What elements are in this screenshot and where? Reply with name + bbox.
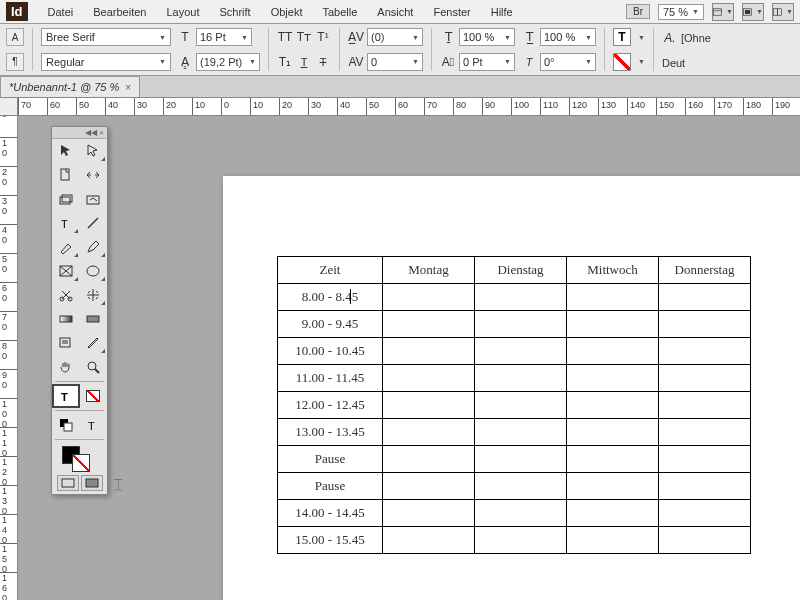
free-transform-tool[interactable] — [80, 283, 108, 307]
pencil-tool[interactable] — [80, 235, 108, 259]
tools-header[interactable]: ◀◀ × — [52, 127, 107, 139]
day-cell[interactable] — [659, 284, 751, 311]
zeit-cell[interactable]: Pause — [278, 473, 383, 500]
document-page[interactable]: Zeit Montag Dienstag Mittwoch Donnerstag… — [223, 176, 800, 600]
canvas[interactable]: Zeit Montag Dienstag Mittwoch Donnerstag… — [18, 116, 800, 600]
gradient-feather-tool[interactable] — [80, 307, 108, 331]
day-cell[interactable] — [567, 365, 659, 392]
day-cell[interactable] — [475, 500, 567, 527]
leading-input[interactable]: (19,2 Pt)▼ — [196, 53, 260, 71]
table-row[interactable]: 9.00 - 9.45 — [278, 311, 751, 338]
menu-tabelle[interactable]: Tabelle — [314, 3, 365, 21]
day-cell[interactable] — [567, 338, 659, 365]
subscript-button[interactable]: T₁ — [277, 54, 293, 70]
day-cell[interactable] — [567, 473, 659, 500]
para-mode-button[interactable]: ¶ — [6, 53, 24, 71]
day-cell[interactable] — [383, 419, 475, 446]
table-row[interactable]: 15.00 - 15.45 — [278, 527, 751, 554]
menu-bearbeiten[interactable]: Bearbeiten — [85, 3, 154, 21]
eyedropper-tool[interactable] — [80, 331, 108, 355]
day-cell[interactable] — [567, 392, 659, 419]
scissors-tool[interactable] — [52, 283, 80, 307]
day-cell[interactable] — [567, 527, 659, 554]
content-collector-tool[interactable] — [52, 187, 80, 211]
zeit-cell[interactable]: 15.00 - 15.45 — [278, 527, 383, 554]
tools-panel[interactable]: ◀◀ × T — [51, 126, 108, 495]
pen-tool[interactable] — [52, 235, 80, 259]
day-cell[interactable] — [567, 284, 659, 311]
menu-fenster[interactable]: Fenster — [425, 3, 478, 21]
day-cell[interactable] — [567, 419, 659, 446]
menu-layout[interactable]: Layout — [158, 3, 207, 21]
selection-tool[interactable] — [52, 139, 80, 163]
zeit-cell[interactable]: 12.00 - 12.45 — [278, 392, 383, 419]
allcaps-button[interactable]: TT — [277, 29, 293, 45]
table-row[interactable]: 11.00 - 11.45 — [278, 365, 751, 392]
hscale-input[interactable]: 100 %▼ — [540, 28, 596, 46]
day-cell[interactable] — [383, 473, 475, 500]
underline-button[interactable]: T — [296, 54, 312, 70]
day-cell[interactable] — [383, 338, 475, 365]
day-cell[interactable] — [567, 446, 659, 473]
day-cell[interactable] — [383, 446, 475, 473]
zeit-cell[interactable]: 11.00 - 11.45 — [278, 365, 383, 392]
schedule-table[interactable]: Zeit Montag Dienstag Mittwoch Donnerstag… — [277, 256, 751, 554]
vertical-ruler[interactable]: 0102030405060708090100110120130140150160… — [0, 116, 18, 600]
day-cell[interactable] — [475, 419, 567, 446]
stroke-swatch[interactable] — [72, 454, 90, 472]
fill-color-button[interactable]: T — [613, 28, 631, 46]
direct-selection-tool[interactable] — [80, 139, 108, 163]
day-cell[interactable] — [383, 284, 475, 311]
rectangle-tool[interactable] — [80, 259, 108, 283]
day-cell[interactable] — [659, 311, 751, 338]
bridge-button[interactable]: Br — [626, 4, 650, 19]
table-row[interactable]: 14.00 - 14.45 — [278, 500, 751, 527]
zeit-cell[interactable]: 9.00 - 9.45 — [278, 311, 383, 338]
day-cell[interactable] — [383, 500, 475, 527]
zeit-cell[interactable]: 8.00 - 8.45 — [278, 284, 383, 311]
day-cell[interactable] — [475, 392, 567, 419]
table-row[interactable]: Pause — [278, 446, 751, 473]
default-fill-stroke[interactable] — [52, 413, 80, 437]
rectangle-frame-tool[interactable] — [52, 259, 80, 283]
menu-schrift[interactable]: Schrift — [212, 3, 259, 21]
tracking-input[interactable]: 0▼ — [367, 53, 423, 71]
day-cell[interactable] — [659, 446, 751, 473]
superscript-button[interactable]: T¹ — [315, 29, 331, 45]
day-cell[interactable] — [383, 392, 475, 419]
horizontal-ruler[interactable]: 7060504030201001020304050607080901001101… — [0, 98, 800, 116]
zeit-cell[interactable]: 10.00 - 10.45 — [278, 338, 383, 365]
day-cell[interactable] — [383, 311, 475, 338]
col-mittwoch[interactable]: Mittwoch — [567, 257, 659, 284]
table-row[interactable]: 12.00 - 12.45 — [278, 392, 751, 419]
note-tool[interactable] — [52, 331, 80, 355]
table-row[interactable]: 10.00 - 10.45 — [278, 338, 751, 365]
menu-datei[interactable]: Datei — [40, 3, 82, 21]
format-container-button[interactable] — [80, 384, 108, 408]
view-options-button[interactable]: ▼ — [712, 3, 734, 21]
menu-objekt[interactable]: Objekt — [263, 3, 311, 21]
fill-stroke-swatches[interactable] — [52, 442, 107, 472]
stroke-color-button[interactable] — [613, 53, 631, 71]
day-cell[interactable] — [383, 527, 475, 554]
gap-tool[interactable] — [80, 163, 108, 187]
font-family-select[interactable]: Bree Serif▼ — [41, 28, 171, 46]
hand-tool[interactable] — [52, 355, 80, 379]
day-cell[interactable] — [475, 473, 567, 500]
font-size-input[interactable]: 16 Pt▼ — [196, 28, 252, 46]
day-cell[interactable] — [659, 338, 751, 365]
zeit-cell[interactable]: 14.00 - 14.45 — [278, 500, 383, 527]
format-text-button[interactable]: T — [52, 384, 80, 408]
skew-input[interactable]: 0°▼ — [540, 53, 596, 71]
day-cell[interactable] — [475, 284, 567, 311]
type-tool[interactable]: T — [52, 211, 80, 235]
col-montag[interactable]: Montag — [383, 257, 475, 284]
zoom-select[interactable]: 75 %▼ — [658, 4, 704, 20]
menu-hilfe[interactable]: Hilfe — [483, 3, 521, 21]
kerning-input[interactable]: (0)▼ — [367, 28, 423, 46]
table-row[interactable]: 13.00 - 13.45 — [278, 419, 751, 446]
table-row[interactable]: 8.00 - 8.45 — [278, 284, 751, 311]
line-tool[interactable] — [80, 211, 108, 235]
col-donnerstag[interactable]: Donnerstag — [659, 257, 751, 284]
day-cell[interactable] — [659, 419, 751, 446]
